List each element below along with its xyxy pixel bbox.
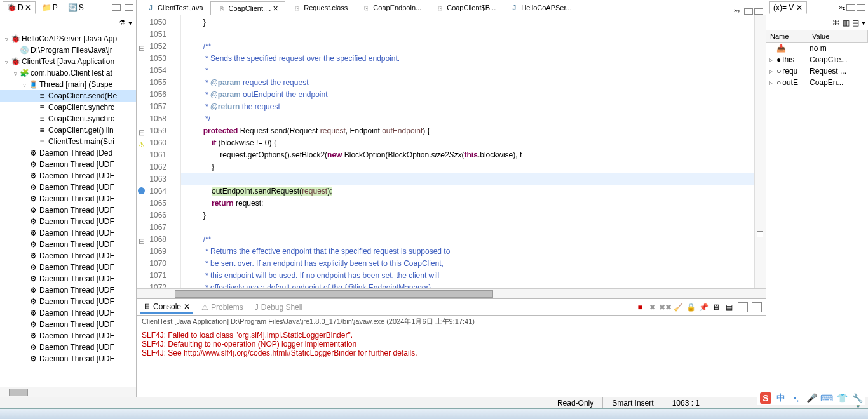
tree-item[interactable]: ▿🧩com.huabo.ClientTest at — [0, 67, 136, 79]
maximize-icon[interactable] — [754, 8, 763, 15]
tab-debug[interactable]: 🐞 D ✕ — [3, 1, 36, 14]
open-console-icon[interactable]: ▤ — [724, 302, 734, 312]
maximize-icon[interactable] — [857, 4, 865, 11]
tree-item[interactable]: ≡ClientTest.main(Stri — [0, 136, 136, 147]
tab-p[interactable]: 📁 P — [38, 2, 62, 13]
show-type-icon[interactable]: ⌘ — [832, 18, 840, 27]
console-toolbar: ■ ✖ ✖✖ 🧹 🔒 📌 🖥 ▤ — [635, 302, 762, 312]
maximize-icon[interactable] — [125, 4, 133, 11]
tab-variables[interactable]: (x)= V ✕ — [769, 1, 807, 14]
min-icon[interactable] — [738, 302, 748, 312]
minimize-icon[interactable] — [744, 8, 753, 15]
tree-item[interactable]: ⚙Daemon Thread [UDF — [0, 353, 136, 364]
tree-item[interactable]: ⚙Daemon Thread [UDF — [0, 273, 136, 284]
max-icon[interactable] — [752, 302, 762, 312]
remove-all-icon[interactable]: ✖✖ — [660, 302, 670, 312]
tree-item[interactable]: ⚙Daemon Thread [UDF — [0, 330, 136, 342]
status-bar: Read-Only Smart Insert 1063 : 1 💡 — [0, 397, 868, 408]
line-gutter[interactable]: 10501051⊟1052105310541055105610571058⊟10… — [137, 15, 172, 288]
editor-tab[interactable]: JClientTest.java — [139, 1, 210, 15]
col-name: Name — [766, 30, 808, 42]
tree-item[interactable]: ⚙Daemon Thread [UDF — [0, 262, 136, 273]
terminate-icon[interactable]: ■ — [635, 302, 645, 312]
variables-tab-bar: (x)= V ✕ »₂ — [766, 0, 868, 15]
tree-item[interactable]: ⚙Daemon Thread [UDF — [0, 170, 136, 182]
tree-item[interactable]: ⚙Daemon Thread [UDF — [0, 216, 136, 227]
tree-item[interactable]: ⚙Daemon Thread [UDF — [0, 319, 136, 330]
menu-icon[interactable]: ▤ — [852, 18, 859, 27]
ime-icon[interactable]: S — [760, 392, 771, 404]
collapse-icon[interactable]: ▥ — [843, 18, 850, 27]
code-content[interactable]: } /** * Sends the specified request over… — [181, 15, 754, 288]
keyboard-icon[interactable]: ⌨ — [821, 392, 832, 404]
variable-row[interactable]: ▹○outECoapEn... — [766, 77, 868, 88]
tab-s[interactable]: 🔄 S — [64, 2, 88, 13]
folding-ruler[interactable] — [172, 15, 181, 288]
tree-item[interactable]: ⚙Daemon Thread [UDF — [0, 342, 136, 353]
editor-tab[interactable]: ⎘Request.class — [285, 1, 355, 15]
filter-icon[interactable]: ⚗ — [119, 18, 126, 27]
console-output[interactable]: SLF4J: Failed to load class "org.slf4j.i… — [137, 328, 766, 397]
minimize-icon[interactable] — [112, 4, 121, 11]
editor-tab-bar: JClientTest.java⎘CoapClient.... ✕⎘Reques… — [137, 0, 766, 15]
tree-item[interactable]: ▿🐞ClientTest [Java Application — [0, 56, 136, 67]
variable-row[interactable]: ▹○requRequest ... — [766, 65, 868, 77]
tree-item[interactable]: ⚙Daemon Thread [UDF — [0, 284, 136, 296]
editor-tab[interactable]: ⎘CoapClient.... ✕ — [210, 1, 286, 15]
lang-icon[interactable]: 中 — [775, 392, 787, 404]
tree-item[interactable]: ≡CoapClient.send(Re — [0, 90, 136, 102]
punct-icon[interactable]: •, — [790, 392, 802, 404]
scroll-lock-icon[interactable]: 🔒 — [686, 302, 696, 312]
variables-header[interactable]: Name Value — [766, 30, 868, 43]
pin-icon[interactable]: 📌 — [698, 302, 709, 312]
editor-h-scrollbar[interactable] — [137, 288, 766, 298]
mic-icon[interactable]: 🎤 — [806, 392, 817, 404]
variables-panel: (x)= V ✕ »₂ ⌘ ▥ ▤ ▾ Name Value 📥no m▹●th… — [766, 0, 868, 397]
remove-icon[interactable]: ✖ — [648, 302, 658, 312]
variables-tree[interactable]: 📥no m▹●thisCoapClie...▹○requRequest ...▹… — [766, 43, 868, 397]
tab-problems[interactable]: ⚠ Problems — [199, 302, 246, 313]
status-cursor-pos: 1063 : 1 — [663, 397, 709, 408]
editor-area: JClientTest.java⎘CoapClient.... ✕⎘Reques… — [137, 0, 766, 397]
overview-ruler[interactable] — [754, 15, 766, 288]
tree-item[interactable]: ⚙Daemon Thread [UDF — [0, 159, 136, 170]
tree-item[interactable]: ⚙Daemon Thread [UDF — [0, 204, 136, 216]
tree-item[interactable]: ⚙Daemon Thread [UDF — [0, 193, 136, 204]
display-icon[interactable]: 🖥 — [711, 302, 721, 312]
tree-item[interactable]: ▿🧵Thread [main] (Suspe — [0, 79, 136, 90]
minimize-icon[interactable] — [846, 4, 855, 11]
more-views-icon[interactable]: »₂ — [839, 3, 845, 11]
tree-item[interactable]: ⚙Daemon Thread [UDF — [0, 250, 136, 262]
variables-toolbar: ⌘ ▥ ▤ ▾ — [766, 15, 868, 30]
tree-item[interactable]: ≡CoapClient.synchrc — [0, 113, 136, 124]
tab-console[interactable]: 🖥 Console ✕ — [140, 301, 193, 314]
tree-item[interactable]: ⚙Daemon Thread [UDF — [0, 296, 136, 307]
variable-row[interactable]: 📥no m — [766, 43, 868, 54]
taskbar[interactable] — [0, 408, 868, 419]
skin-icon[interactable]: 👕 — [836, 392, 848, 404]
variable-row[interactable]: ▹●thisCoapClie... — [766, 54, 868, 65]
tree-item[interactable]: ≡CoapClient.synchrc — [0, 102, 136, 113]
view-menu-icon[interactable]: ▾ — [862, 18, 865, 27]
menu-icon[interactable]: ▾ — [128, 18, 132, 27]
col-value: Value — [808, 30, 868, 42]
editor-tab[interactable]: ⎘CoapClient$B... — [428, 1, 503, 15]
more-tabs-icon[interactable]: »₈ — [731, 6, 743, 15]
tree-item[interactable]: ⚙Daemon Thread [UDF — [0, 307, 136, 319]
editor-tab[interactable]: ⎘CoapEndpoin... — [355, 1, 428, 15]
editor-tab[interactable]: JHelloCoAPSer... — [503, 1, 578, 15]
console-description: ClientTest [Java Application] D:\Program… — [137, 316, 766, 328]
tree-item[interactable]: ⚙Daemon Thread [UDF — [0, 239, 136, 250]
tab-debug-shell[interactable]: J Debug Shell — [252, 302, 305, 313]
tree-item[interactable]: ⚙Daemon Thread [UDF — [0, 227, 136, 239]
tree-item[interactable]: ⚙Daemon Thread [UDF — [0, 182, 136, 193]
tool-icon[interactable]: 🔧 — [851, 392, 863, 404]
tree-item[interactable]: ≡CoapClient.get() lin — [0, 124, 136, 136]
tree-item[interactable]: ⚙Daemon Thread [Ded — [0, 147, 136, 159]
debug-tree[interactable]: ▿🐞HelloCoAPServer [Java App💿D:\Program F… — [0, 30, 136, 387]
code-editor[interactable]: 10501051⊟1052105310541055105610571058⊟10… — [137, 15, 766, 288]
clear-icon[interactable]: 🧹 — [673, 302, 683, 312]
h-scrollbar[interactable] — [0, 387, 136, 397]
tree-item[interactable]: 💿D:\Program Files\Java\jr — [0, 44, 136, 56]
tree-item[interactable]: ▿🐞HelloCoAPServer [Java App — [0, 33, 136, 44]
